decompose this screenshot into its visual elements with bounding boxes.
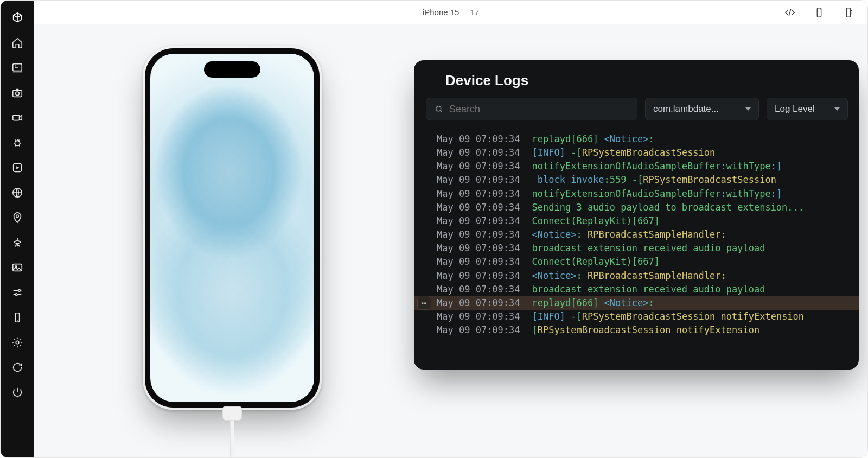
log-row[interactable]: May 09 07:09:34notifyExtensionOfAudioSam… (437, 187, 848, 201)
log-row[interactable]: May 09 07:09:34[INFO] -[RPSystemBroadcas… (437, 310, 848, 323)
device-name: iPhone 15 (423, 8, 459, 17)
log-message: notifyExtensionOfAudioSampleBuffer:withT… (532, 187, 782, 201)
svg-rect-0 (13, 64, 22, 71)
home-icon[interactable] (7, 32, 28, 54)
log-message: broadcast extension received audio paylo… (532, 283, 765, 296)
svg-point-11 (15, 294, 17, 296)
sliders-icon[interactable] (7, 282, 28, 303)
log-timestamp: May 09 07:09:34 (437, 187, 520, 201)
logs-level-filter-label: Log Level (775, 104, 815, 114)
logs-level-filter[interactable]: Log Level (767, 98, 848, 120)
log-row-highlighted[interactable]: ⋯May 09 07:09:34replayd[666] <Notice>: (414, 296, 859, 310)
log-timestamp: May 09 07:09:34 (437, 296, 520, 310)
svg-point-17 (436, 106, 441, 111)
log-row[interactable]: May 09 07:09:34[INFO] -[RPSystemBroadcas… (437, 146, 848, 160)
device-logs-title: Device Logs (414, 60, 859, 98)
apps-icon[interactable] (7, 57, 28, 79)
device-icon[interactable] (7, 307, 28, 328)
logs-search[interactable] (426, 98, 637, 120)
bug-icon[interactable] (7, 132, 28, 154)
log-message: notifyExtensionOfAudioSampleBuffer:withT… (532, 160, 782, 173)
device-screen[interactable] (150, 54, 314, 402)
log-row[interactable]: May 09 07:09:34<Notice>: RPBroadcastSamp… (437, 228, 848, 241)
log-timestamp: May 09 07:09:34 (437, 214, 520, 228)
topbar: iPhone 15 17 (34, 1, 867, 24)
topbar-actions (783, 1, 856, 24)
device-cable-connector (222, 406, 242, 421)
gallery-icon[interactable] (7, 257, 28, 278)
app-window: iPhone 15 17 (0, 0, 868, 458)
svg-point-2 (16, 92, 19, 95)
log-timestamp: May 09 07:09:34 (437, 146, 520, 160)
log-message: [INFO] -[RPSystemBroadcastSession (532, 146, 716, 160)
device-os-version: 17 (470, 8, 479, 17)
log-row[interactable]: May 09 07:09:34replayd[666] <Notice>: (437, 132, 848, 146)
log-timestamp: May 09 07:09:34 (437, 160, 520, 173)
log-row[interactable]: May 09 07:09:34broadcast extension recei… (437, 241, 848, 255)
svg-rect-1 (13, 90, 22, 97)
device-mute-switch (141, 122, 143, 141)
log-row[interactable]: May 09 07:09:34[RPSystemBroadcastSession… (437, 323, 848, 337)
video-icon[interactable] (7, 107, 28, 129)
search-icon (434, 104, 444, 114)
logs-body[interactable]: May 09 07:09:34replayd[666] <Notice>:May… (414, 127, 859, 337)
device-mock (143, 46, 322, 426)
svg-point-13 (16, 341, 19, 344)
log-timestamp: May 09 07:09:34 (437, 323, 520, 337)
camera-icon[interactable] (7, 82, 28, 104)
log-row[interactable]: May 09 07:09:34Sending 3 audio payload t… (437, 201, 848, 214)
log-message: replayd[666] <Notice>: (532, 132, 654, 146)
logs-toolbar: com.lambdate... Log Level (414, 98, 859, 127)
log-row-menu-button[interactable]: ⋯ (417, 296, 431, 310)
code-toggle-button[interactable] (783, 5, 797, 20)
network-icon[interactable] (7, 232, 28, 253)
log-message: replayd[666] <Notice>: (532, 296, 654, 310)
device-power-button (322, 160, 323, 208)
log-timestamp: May 09 07:09:34 (437, 255, 520, 269)
log-row[interactable]: May 09 07:09:34notifyExtensionOfAudioSam… (437, 160, 848, 173)
device-volume-down (141, 188, 143, 220)
log-row[interactable]: May 09 07:09:34Connect(ReplayKit)[667] (437, 255, 848, 269)
log-timestamp: May 09 07:09:34 (437, 283, 520, 296)
refresh-icon[interactable] (7, 357, 28, 378)
log-row[interactable]: May 09 07:09:34_block_invoke:559 -[RPSys… (437, 173, 848, 187)
log-message: Connect(ReplayKit)[667] (532, 255, 660, 269)
globe-icon[interactable] (7, 182, 28, 203)
log-message: <Notice>: RPBroadcastSampleHandler: (532, 228, 726, 241)
play-record-icon[interactable] (7, 157, 28, 179)
device-cable (230, 421, 234, 458)
logs-package-filter-label: com.lambdate... (653, 104, 719, 114)
log-message: _block_invoke:559 -[RPSystemBroadcastSes… (532, 173, 776, 187)
log-row[interactable]: May 09 07:09:34broadcast extension recei… (437, 283, 848, 296)
log-timestamp: May 09 07:09:34 (437, 228, 520, 241)
log-timestamp: May 09 07:09:34 (437, 201, 520, 214)
device-os: 17 (467, 8, 479, 17)
log-row[interactable]: May 09 07:09:34Connect(ReplayKit)[667] (437, 214, 848, 228)
log-message: Connect(ReplayKit)[667] (532, 214, 660, 228)
device-logs-panel: Device Logs com.lambdate... Log Level Ma… (414, 60, 859, 370)
logs-search-input[interactable] (449, 104, 629, 115)
device-bezel (145, 48, 320, 408)
device-info: iPhone 15 17 (423, 8, 479, 17)
log-message: [INFO] -[RPSystemBroadcastSession notify… (532, 310, 805, 323)
log-timestamp: May 09 07:09:34 (437, 310, 520, 323)
log-timestamp: May 09 07:09:34 (437, 132, 520, 146)
log-row[interactable]: May 09 07:09:34<Notice>: RPBroadcastSamp… (437, 269, 848, 283)
device-frame (143, 46, 322, 410)
log-message: [RPSystemBroadcastSession notifyExtensio… (532, 323, 760, 337)
svg-rect-3 (13, 115, 20, 120)
svg-point-10 (18, 290, 21, 292)
svg-point-7 (16, 215, 19, 218)
power-icon[interactable] (7, 381, 28, 403)
gear-icon[interactable] (7, 332, 28, 353)
location-icon[interactable] (7, 207, 28, 228)
device-upload-button[interactable] (841, 5, 856, 20)
svg-rect-16 (846, 8, 850, 17)
brand-logo-icon[interactable] (7, 7, 28, 29)
log-timestamp: May 09 07:09:34 (437, 269, 520, 283)
svg-point-15 (820, 9, 821, 10)
device-preview-button[interactable] (812, 5, 826, 20)
logs-package-filter[interactable]: com.lambdate... (645, 98, 759, 120)
chevron-down-icon (745, 107, 751, 111)
log-message: broadcast extension received audio paylo… (532, 241, 765, 255)
